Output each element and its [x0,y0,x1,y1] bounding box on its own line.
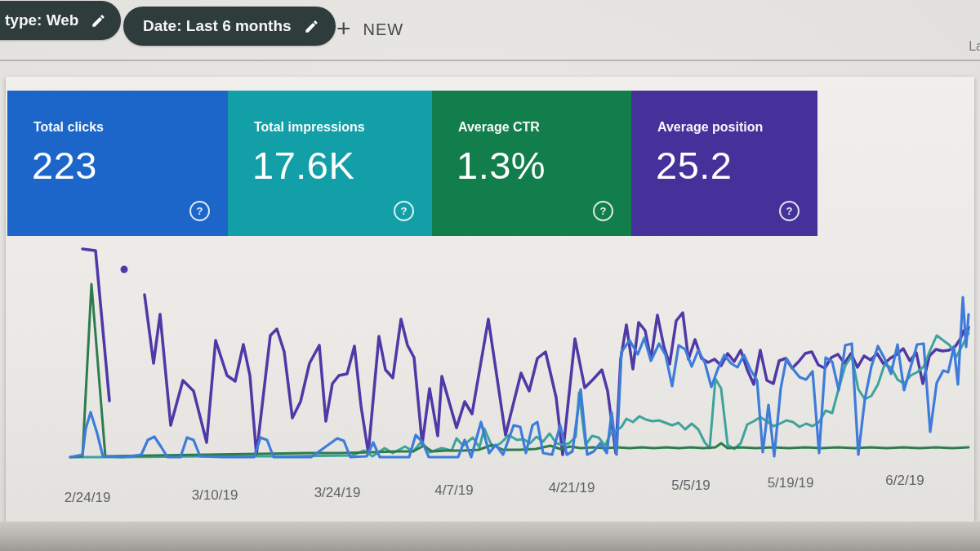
filter-chip-date[interactable]: Date: Last 6 months [123,7,336,46]
pencil-icon [91,13,106,29]
search-console-performance-screenshot: type: Web Date: Last 6 months + NEW La T… [0,0,980,551]
pencil-icon [304,19,319,34]
plus-icon: + [336,16,351,41]
x-tick-label: 3/24/19 [298,485,376,501]
page-bottom-margin [0,522,980,551]
x-tick-label: 2/24/19 [48,490,127,506]
filter-chip-label: type: Web [5,11,78,29]
new-filter-button[interactable]: + NEW [332,15,408,44]
x-tick-label: 4/7/19 [415,482,493,499]
performance-line-chart[interactable]: 2/24/193/10/193/24/194/7/194/21/195/5/19… [6,77,974,522]
x-tick-label: 6/2/19 [866,473,944,489]
x-tick-label: 5/19/19 [751,475,830,491]
filter-chip-search-type[interactable]: type: Web [0,1,121,40]
new-filter-label: NEW [363,20,404,39]
filter-toolbar: type: Web Date: Last 6 months + NEW La [0,0,980,77]
impressions-point-dot [121,266,128,273]
toolbar-divider [0,60,980,61]
chart-canvas [70,249,969,469]
x-tick-label: 3/10/19 [176,487,254,504]
clipped-right-text: La [969,39,980,54]
filter-chip-label: Date: Last 6 months [143,17,292,35]
performance-report-card: Total clicks 223 ? Total impressions 17.… [6,77,974,522]
impressions-line [145,295,969,455]
x-tick-label: 4/21/19 [532,480,611,496]
x-tick-label: 5/5/19 [652,478,730,494]
